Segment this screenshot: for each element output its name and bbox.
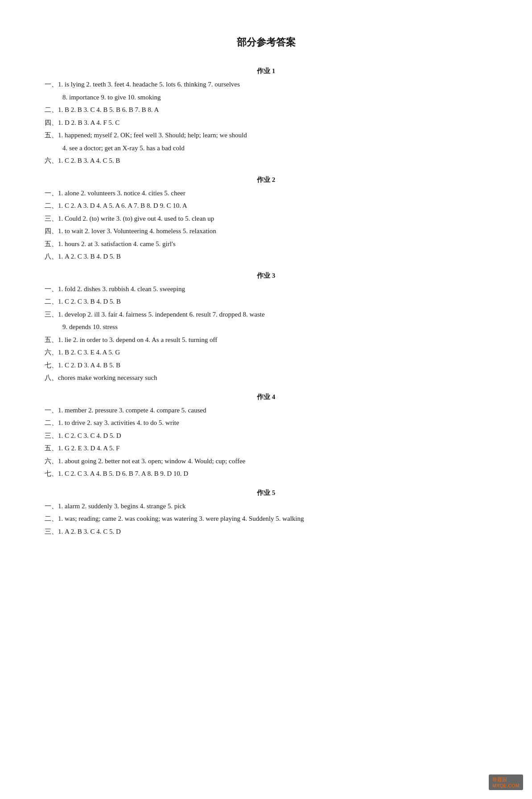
section-title-hw2: 作业 2 xyxy=(45,176,487,184)
answer-line: 六、1. C 2. B 3. A 4. C 5. B xyxy=(45,155,487,167)
answer-line: 一、1. is lying 2. teeth 3. feet 4. headac… xyxy=(45,79,487,91)
answer-line: 9. depends 10. stress xyxy=(45,321,487,333)
answer-line: 二、1. to drive 2. say 3. activities 4. to… xyxy=(45,417,487,429)
answer-line: 五、1. lie 2. in order to 3. depend on 4. … xyxy=(45,334,487,346)
section-title-hw5: 作业 5 xyxy=(45,489,487,497)
answer-line: 三、1. develop 2. ill 3. fair 4. fairness … xyxy=(45,309,487,321)
page-title: 部分参考答案 xyxy=(45,36,487,49)
answer-line: 七、1. C 2. D 3. A 4. B 5. B xyxy=(45,360,487,371)
watermark-line1: 答题园 xyxy=(492,777,507,782)
answer-line: 四、1. to wait 2. lover 3. Volunteering 4.… xyxy=(45,226,487,237)
answer-line: 一、1. alone 2. volunteers 3. notice 4. ci… xyxy=(45,188,487,199)
section-title-hw4: 作业 4 xyxy=(45,393,487,401)
answer-line: 四、1. D 2. B 3. A 4. F 5. C xyxy=(45,117,487,129)
answer-line: 8. importance 9. to give 10. smoking xyxy=(45,92,487,103)
watermark-line2: MXQE.COM xyxy=(492,783,520,788)
answer-content: 作业 1一、1. is lying 2. teeth 3. feet 4. he… xyxy=(45,67,487,537)
answer-line: 三、1. A 2. B 3. C 4. C 5. D xyxy=(45,526,487,538)
answer-line: 八、1. A 2. C 3. B 4. D 5. B xyxy=(45,251,487,263)
answer-line: 二、1. C 2. A 3. D 4. A 5. A 6. A 7. B 8. … xyxy=(45,200,487,212)
answer-line: 二、1. C 2. C 3. B 4. D 5. B xyxy=(45,296,487,308)
answer-line: 七、1. C 2. C 3. A 4. B 5. D 6. B 7. A 8. … xyxy=(45,468,487,480)
answer-line: 二、1. B 2. B 3. C 4. B 5. B 6. B 7. B 8. … xyxy=(45,104,487,116)
answer-line: 二、1. was; reading; came 2. was cooking; … xyxy=(45,513,487,525)
answer-line: 五、1. happened; myself 2. OK; feel well 3… xyxy=(45,130,487,141)
answer-line: 一、1. alarm 2. suddenly 3. begins 4. stra… xyxy=(45,501,487,512)
answer-line: 八、chores make working necessary such xyxy=(45,372,487,384)
answer-line: 六、1. B 2. C 3. E 4. A 5. G xyxy=(45,347,487,358)
section-title-hw3: 作业 3 xyxy=(45,272,487,280)
watermark: 答题园 MXQE.COM xyxy=(489,774,523,790)
section-title-hw1: 作业 1 xyxy=(45,67,487,75)
answer-line: 一、1. member 2. pressure 3. compete 4. co… xyxy=(45,405,487,416)
answer-line: 六、1. about going 2. better not eat 3. op… xyxy=(45,456,487,467)
answer-line: 三、1. Could 2. (to) write 3. (to) give ou… xyxy=(45,213,487,225)
answer-line: 五、1. hours 2. at 3. satisfaction 4. came… xyxy=(45,239,487,250)
answer-line: 三、1. C 2. C 3. C 4. D 5. D xyxy=(45,430,487,442)
answer-line: 一、1. fold 2. dishes 3. rubbish 4. clean … xyxy=(45,284,487,295)
answer-line: 五、1. G 2. E 3. D 4. A 5. F xyxy=(45,443,487,454)
answer-line: 4. see a doctor; get an X-ray 5. has a b… xyxy=(45,143,487,154)
